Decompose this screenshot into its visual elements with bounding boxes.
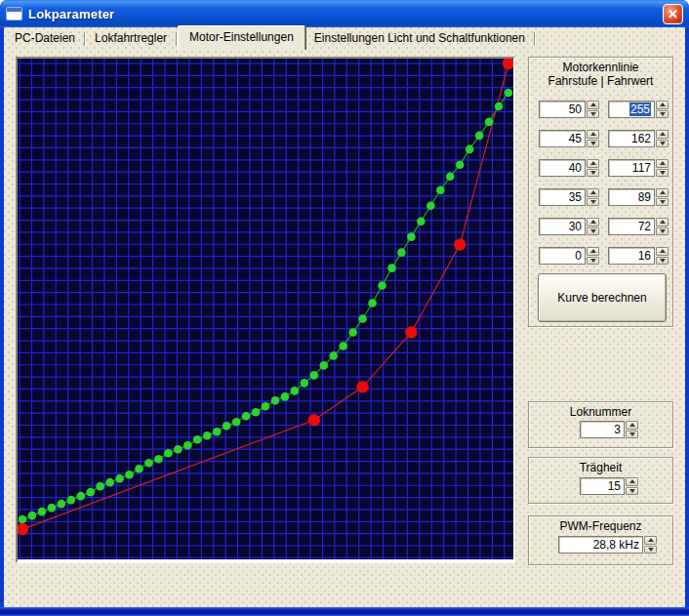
traegheit-spin-up[interactable]	[626, 477, 638, 486]
fahrwert-2-spin-down[interactable]	[656, 169, 669, 178]
green-curve-point	[397, 248, 406, 257]
arrow-down-icon	[660, 171, 666, 175]
fahrwert-3-input[interactable]: 89	[608, 188, 655, 206]
green-curve-point	[174, 445, 182, 454]
fahrstufe-4-spin-up[interactable]	[587, 218, 599, 226]
fahrwert-2-input[interactable]: 117	[608, 159, 655, 177]
green-curve-point	[378, 281, 386, 290]
fahrstufe-2-input[interactable]: 40	[539, 159, 586, 177]
arrow-down-icon	[660, 259, 666, 263]
red-control-point[interactable]	[308, 414, 320, 426]
tab-strip: PC-Dateien Lokfahrtregler Motor-Einstell…	[4, 28, 536, 49]
arrow-up-icon	[660, 103, 666, 106]
green-curve-point	[358, 314, 367, 323]
fahrstufe-0-spin-down[interactable]	[587, 110, 599, 119]
tab-pc-dateien[interactable]: PC-Dateien	[6, 28, 84, 49]
kennlinie-plot[interactable]	[18, 59, 513, 561]
fahrstufe-5-spin-up[interactable]	[587, 247, 599, 256]
green-curve-point	[387, 264, 396, 272]
green-curve-point	[213, 428, 222, 436]
fahrwert-5-spin-down[interactable]	[656, 257, 669, 266]
green-curve-point	[475, 132, 484, 141]
green-curve-point	[252, 408, 261, 417]
fahrstufe-3-input[interactable]: 35	[539, 188, 586, 206]
tab-einstellungen-licht[interactable]: Einstellungen Licht und Schaltfunktionen	[305, 28, 534, 49]
fahrwert-0-spin-up[interactable]	[656, 101, 669, 109]
motor-kennlinie-chart[interactable]	[16, 57, 515, 563]
loknummer-spin-down[interactable]	[626, 431, 638, 439]
red-control-point[interactable]	[454, 238, 466, 250]
fahrstufe-3-spin-down[interactable]	[587, 198, 599, 207]
arrow-up-icon	[590, 132, 596, 136]
fahrwert-4-spin-up[interactable]	[656, 218, 669, 226]
green-curve-point	[348, 328, 357, 337]
green-curve-point	[417, 217, 426, 226]
fahrwert-3-spin-down[interactable]	[656, 198, 669, 207]
traegheit-spin-down[interactable]	[626, 487, 638, 496]
fahrstufe-0-spin-up[interactable]	[587, 101, 599, 109]
fahrwert-0-input[interactable]: 255	[608, 101, 655, 118]
pwm-frequenz-input[interactable]: 28,8 kHz	[558, 536, 643, 554]
green-curve-point	[319, 361, 328, 370]
fahrstufe-5-spin-down[interactable]	[587, 257, 599, 266]
close-button[interactable]: ✕	[663, 4, 683, 24]
arrow-down-icon	[590, 171, 596, 175]
fahrstufe-0-input[interactable]: 50	[539, 101, 586, 118]
green-curve-point	[271, 396, 280, 405]
green-curve-point	[436, 185, 445, 194]
kurve-berechnen-button[interactable]: Kurve berechnen	[538, 273, 667, 322]
pwm-spin-up[interactable]	[644, 536, 657, 545]
fahrwert-5-spin-up[interactable]	[656, 247, 669, 256]
fahrwert-5-input[interactable]: 16	[608, 247, 655, 265]
red-control-point[interactable]	[356, 381, 368, 392]
arrow-down-icon	[660, 229, 666, 233]
tab-lokfahrtregler[interactable]: Lokfahrtregler	[86, 28, 176, 49]
green-curve-point	[242, 412, 251, 421]
arrow-down-icon	[629, 432, 635, 436]
arrow-down-icon	[590, 259, 596, 263]
green-curve-point	[456, 161, 465, 170]
red-control-point[interactable]	[405, 326, 417, 338]
arrow-down-icon	[660, 200, 666, 204]
arrow-down-icon	[590, 142, 596, 145]
arrow-up-icon	[660, 132, 666, 136]
fahrwert-0-spin-down[interactable]	[656, 110, 669, 119]
fahrstufe-5-input[interactable]: 0	[539, 247, 586, 265]
fahrwert-1-spin-up[interactable]	[656, 130, 669, 139]
green-curve-point	[329, 351, 338, 360]
fahrwert-1-input[interactable]: 162	[608, 130, 655, 147]
arrow-down-icon	[590, 200, 596, 204]
green-curve-point	[76, 492, 85, 501]
traegheit-input[interactable]: 15	[580, 477, 625, 495]
tab-separator	[534, 32, 536, 46]
green-curve-point	[96, 482, 104, 491]
fahrstufe-1-spin-down[interactable]	[587, 140, 599, 148]
fahrstufe-4-input[interactable]: 30	[539, 218, 586, 235]
app-window-icon	[6, 7, 22, 21]
fahrstufe-4-spin-down[interactable]	[587, 227, 599, 236]
green-curve-point	[281, 392, 290, 401]
fahrwert-2-spin-up[interactable]	[656, 159, 669, 168]
fahrwert-4-spin-down[interactable]	[656, 227, 669, 236]
loknummer-input[interactable]: 3	[580, 421, 625, 438]
fahrstufe-2-spin-up[interactable]	[587, 159, 599, 168]
loknummer-spin-up[interactable]	[626, 421, 638, 430]
title-bar[interactable]: Lokparameter ✕	[0, 0, 689, 27]
fahrstufe-2-spin-down[interactable]	[587, 169, 599, 178]
motorkennlinie-subtitle: Fahrstufe | Fahrwert	[529, 74, 672, 88]
fahrwert-3-spin-up[interactable]	[656, 188, 669, 197]
fahrwert-4-input[interactable]: 72	[608, 218, 655, 235]
window-bottom-border	[0, 607, 689, 616]
arrow-up-icon	[660, 220, 666, 224]
fahrstufe-1-input[interactable]: 45	[539, 130, 586, 147]
green-curve-point	[495, 103, 504, 111]
motorkennlinie-group: Motorkennlinie Fahrstufe | Fahrwert 5025…	[528, 57, 673, 327]
fahrstufe-3-spin-up[interactable]	[587, 188, 599, 197]
arrow-down-icon	[648, 548, 654, 552]
pwm-spin-down[interactable]	[644, 546, 657, 554]
green-curve-point	[183, 441, 192, 450]
fahrstufe-1-spin-up[interactable]	[587, 130, 599, 139]
fahrwert-1-spin-down[interactable]	[656, 140, 669, 148]
tab-motor-einstellungen[interactable]: Motor-Einstellungen	[178, 25, 305, 50]
green-curve-point	[58, 500, 66, 509]
